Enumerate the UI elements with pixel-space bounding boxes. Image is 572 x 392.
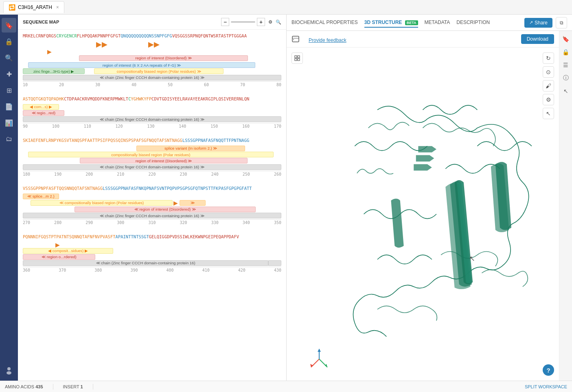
ruler-2: 90100110 120130140 150160170 bbox=[23, 123, 281, 129]
feat-chain-bar-2: ≪ chain (Zinc finger CCCH domain-contain… bbox=[23, 116, 281, 122]
protein-structure-svg bbox=[287, 48, 559, 381]
split-workspace-btn[interactable]: SPLIT WORKSPACE bbox=[525, 384, 567, 389]
viewer-left-controls bbox=[291, 52, 303, 64]
sequence-section-3: SKIAEFENFLRNPYKGSVTANQSPFAATTPSIFPQSSQIN… bbox=[23, 137, 281, 177]
share-button[interactable]: ↗ Share bbox=[524, 18, 552, 28]
feedback-link[interactable]: Provide feedback bbox=[304, 35, 351, 43]
sidebar-icon-grid[interactable]: ⊞ bbox=[2, 83, 16, 98]
cursor-ctrl[interactable]: ↖ bbox=[543, 108, 554, 119]
seq-text-5: PQNNNIFGQSTPTPATNTSQNNQTAFNFNVPVASFTAPAI… bbox=[23, 234, 281, 240]
sidebar-icon-user[interactable] bbox=[2, 363, 16, 377]
zoom-controls: − + bbox=[221, 18, 265, 26]
feat-chain-bar-5: ≪ chain (Zinc finger CCCH domain-contain… bbox=[23, 260, 268, 266]
svg-rect-6 bbox=[298, 56, 300, 58]
feature-repeats-1: region of interest (6 X 2 AA repeats of … bbox=[23, 62, 281, 68]
feature-chain-2: ≪ chain (Zinc finger CCCH domain-contain… bbox=[23, 116, 281, 122]
svg-point-4 bbox=[293, 39, 294, 40]
arrow-row-1: ▶▶ ▶▶ bbox=[23, 41, 281, 48]
feat-splice-bar: splice variant (In isoform 2.) ≫ bbox=[136, 146, 245, 151]
tab-icon: 🔁 bbox=[9, 4, 15, 11]
target-ctrl[interactable]: ⊙ bbox=[543, 66, 554, 78]
svg-rect-2 bbox=[292, 36, 299, 42]
tab-bar: 🔁 C3H16_ARATH × bbox=[0, 0, 572, 15]
feature-biased-4: ≪ compositionally biased region (Polar r… bbox=[23, 200, 281, 206]
feat-biased4-bar: ≪ compositionally biased region (Polar r… bbox=[31, 200, 173, 206]
feature-zinc-1: zinc finge...3H1-type) ▶ compositionally… bbox=[23, 68, 281, 74]
feature-biased-5: ◀ composit...sidues) ▶ bbox=[23, 248, 281, 254]
download-button[interactable]: Download bbox=[521, 34, 554, 44]
sequence-panel: SEQUENCE MAP − + ⚙ 🔍 MRKELCRNFQRGSCRYGEN… bbox=[18, 15, 287, 381]
sequence-content[interactable]: MRKELCRNFQRGSCRYGENCRFLHPQQAKPNNPFGFGTQN… bbox=[18, 30, 286, 381]
zoom-slider[interactable] bbox=[231, 21, 255, 23]
beta-badge: BETA bbox=[405, 20, 418, 25]
sequence-section-1: MRKELCRNFQRGSCRYGENCRFLHPQQAKPNNPFGFGTQN… bbox=[23, 33, 281, 88]
feat-repeats-bar: region of interest (6 X 2 AA repeats of … bbox=[28, 62, 256, 68]
feature-chain-5: ≪ chain (Zinc finger CCCH domain-contain… bbox=[23, 260, 281, 266]
edge-cursor-icon[interactable]: ↖ bbox=[561, 86, 571, 96]
feat-chain-bar-4: ≪ chain (Zinc finger CCCH domain-contain… bbox=[23, 213, 281, 218]
feat-disorder4-bar: ≪ region of interest (Disordered) ≫ bbox=[75, 207, 256, 212]
arrow-row-5: ▶ bbox=[23, 242, 281, 248]
edge-info-icon[interactable]: ⓘ bbox=[561, 73, 571, 83]
paint-ctrl[interactable]: 🖌 bbox=[543, 80, 554, 91]
settings-icon[interactable]: ⚙ bbox=[268, 20, 272, 25]
cursor-indicator: ↖ bbox=[469, 254, 475, 263]
ruler-1: 102030 405060 7080 bbox=[23, 81, 281, 88]
feat-disorder3-bar: region of interest (Disordered) ≫ bbox=[80, 158, 248, 163]
feat-biased3-bar: compositionally biased region (Polar res… bbox=[28, 152, 274, 157]
svg-rect-9 bbox=[287, 55, 559, 373]
sidebar-icon-add[interactable]: ✚ bbox=[2, 67, 16, 81]
search-icon[interactable]: 🔍 bbox=[276, 20, 281, 25]
feat-regio-bar: ≪ regio...red) bbox=[23, 110, 64, 116]
edge-lock-icon[interactable]: 🔒 bbox=[561, 47, 571, 57]
svg-rect-8 bbox=[298, 59, 300, 61]
structure-canvas[interactable]: ↻ ⊙ 🖌 ⚙ ↖ bbox=[287, 48, 559, 381]
tab-biochemical[interactable]: BIOCHEMICAL PROPERTIES bbox=[291, 18, 358, 28]
sidebar-icon-search[interactable]: 🔍 bbox=[2, 50, 16, 65]
amino-acids-label: AMINO ACIDS 435 bbox=[5, 384, 43, 389]
sequence-panel-header: SEQUENCE MAP − + ⚙ 🔍 bbox=[18, 15, 286, 30]
feature-com-2: ◀ com...s) ▶ bbox=[23, 104, 281, 110]
feat-chain-bar-1: ≪ chain (Zinc finger CCCH domain-contain… bbox=[23, 75, 281, 81]
edge-list-icon[interactable]: ☰ bbox=[561, 60, 571, 70]
sidebar-icon-files[interactable]: 🗂 bbox=[2, 132, 16, 146]
edge-bookmark-icon[interactable]: 🔖 bbox=[561, 34, 571, 44]
viewer-right-controls: ↻ ⊙ 🖌 ⚙ ↖ bbox=[543, 52, 554, 119]
sidebar-icon-doc[interactable]: 📄 bbox=[2, 99, 16, 114]
svg-marker-18 bbox=[318, 349, 321, 352]
svg-marker-16 bbox=[325, 364, 327, 367]
tab-description[interactable]: DESCRIPTION bbox=[456, 18, 490, 28]
status-separator-2 bbox=[93, 384, 93, 390]
zoom-out-btn[interactable]: − bbox=[221, 18, 229, 26]
sequence-map-title: SEQUENCE MAP bbox=[23, 20, 59, 24]
sidebar-icon-bookmark[interactable]: 🔖 bbox=[2, 18, 16, 33]
tab-close-btn[interactable]: × bbox=[56, 4, 59, 10]
copy-icon-btn[interactable]: ⧉ bbox=[556, 17, 567, 28]
reset-view-ctrl[interactable] bbox=[291, 52, 303, 64]
feature-disordered-3: region of interest (Disordered) ≫ bbox=[23, 158, 281, 163]
refresh-ctrl[interactable]: ↻ bbox=[543, 52, 554, 64]
status-bar: AMINO ACIDS 435 INSERT 1 SPLIT WORKSPACE bbox=[0, 381, 572, 392]
settings-ctrl[interactable]: ⚙ bbox=[543, 94, 554, 105]
sidebar-icon-chart[interactable]: 📊 bbox=[2, 115, 16, 130]
sequence-section-4: VSSSGPPNPFASFTQQSNNQQTAFSNTNAGGLSSSGGPPN… bbox=[23, 185, 281, 226]
feature-regio-2: ≪ regio...red) bbox=[23, 110, 281, 116]
viewer-toolbar: Provide feedback Download bbox=[287, 31, 559, 48]
tab-metadata[interactable]: METADATA bbox=[425, 18, 450, 28]
zoom-in-btn[interactable]: + bbox=[257, 18, 265, 26]
feat-biased5-bar: ◀ composit...sidues) ▶ bbox=[23, 248, 113, 254]
feat-chain-bar-3: ≪ chain (Zinc finger CCCH domain-contain… bbox=[23, 164, 281, 170]
storage-icon-row bbox=[291, 35, 300, 43]
ruler-4: 270280290 300310320 330340350 bbox=[23, 219, 281, 226]
main-tab[interactable]: 🔁 C3H16_ARATH × bbox=[3, 1, 64, 13]
help-button[interactable]: ? bbox=[543, 364, 554, 376]
feature-chain-3: ≪ chain (Zinc finger CCCH domain-contain… bbox=[23, 164, 281, 170]
sequence-section-5: PQNNNIFGQSTPTPATNTSQNNQTAFNFNVPVASFTAPAI… bbox=[23, 234, 281, 273]
sidebar-icon-lock[interactable]: 🔒 bbox=[2, 34, 16, 49]
right-tabs: BIOCHEMICAL PROPERTIES 3D STRUCTURE BETA… bbox=[287, 15, 572, 31]
tab-3d-structure[interactable]: 3D STRUCTURE BETA bbox=[364, 18, 418, 28]
feature-disordered-4: ≪ region of interest (Disordered) ≫ bbox=[23, 207, 281, 212]
seq-text-2: ASTQQTGKQTQPADHKCTDPAACKRVMQDDFKNERPMWKL… bbox=[23, 96, 281, 102]
ruler-3: 180190200 210220230 240250260 bbox=[23, 171, 281, 177]
feat-com-bar: ◀ com...s) ▶ bbox=[23, 104, 59, 110]
